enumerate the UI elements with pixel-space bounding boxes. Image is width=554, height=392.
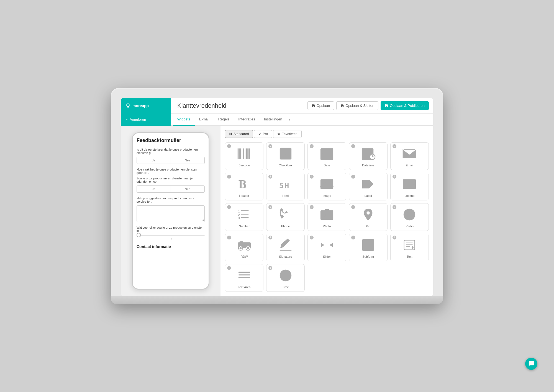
svg-point-45 [407, 212, 412, 217]
time-icon [278, 268, 293, 283]
filter-standaard[interactable]: Standaard [225, 130, 253, 138]
datetime-icon [360, 146, 376, 161]
widget-phone-label: Phone [281, 225, 290, 228]
form-title: Feedbackformulier [137, 138, 205, 143]
widget-datetime[interactable]: i Datetime [349, 142, 388, 170]
widget-pin[interactable]: i Pin [349, 203, 388, 231]
yes-btn-2[interactable]: Ja [137, 186, 171, 192]
widget-html[interactable]: i 5 H Html [266, 173, 305, 200]
tab-email[interactable]: E-mail [195, 114, 214, 126]
svg-rect-7 [242, 148, 242, 159]
svg-text:B: B [238, 177, 247, 191]
widget-lookup[interactable]: i Lookup [390, 173, 429, 200]
widget-html-label: Html [282, 194, 289, 197]
widget-phone[interactable]: i Phone [266, 203, 305, 231]
text-icon [402, 237, 417, 253]
widget-time[interactable]: i Time [266, 264, 305, 292]
svg-rect-10 [246, 148, 247, 159]
star-icon [277, 132, 281, 136]
svg-rect-6 [240, 148, 241, 159]
svg-rect-20 [329, 153, 331, 154]
tab-integraties[interactable]: Integraties [234, 114, 260, 126]
save-publish-button[interactable]: Opslaan & Publiceren [381, 101, 429, 110]
svg-rect-18 [323, 153, 325, 154]
widget-signature[interactable]: i Signature [266, 234, 305, 261]
widget-text-label: Text [407, 255, 412, 258]
info-dot: i [268, 236, 272, 239]
info-dot: i [227, 266, 231, 270]
textarea-field[interactable]: ◢ [137, 205, 205, 222]
widget-number[interactable]: i 1 2 3 Number [225, 203, 263, 231]
checkbox-icon [278, 146, 293, 161]
yes-btn-1[interactable]: Ja [137, 157, 171, 164]
widget-subform[interactable]: i Subform [349, 234, 388, 261]
svg-rect-19 [326, 153, 328, 154]
svg-rect-8 [243, 148, 244, 159]
widget-subform-label: Subform [362, 255, 374, 258]
info-dot: i [268, 175, 272, 179]
widget-text[interactable]: i Text [390, 234, 429, 261]
nav-bar: ← Annuleren Widgets E-mail Regels Integr… [121, 114, 433, 126]
info-dot: i [310, 144, 314, 148]
widget-slider[interactable]: i Slider [307, 234, 346, 261]
annuleren-button[interactable]: ← Annuleren [121, 114, 171, 126]
label-icon [360, 176, 376, 192]
signature-icon [278, 237, 293, 253]
svg-rect-31 [320, 179, 333, 189]
slider-icon [319, 237, 335, 253]
save-close-button[interactable]: Opslaan & Sluiten [336, 101, 378, 110]
info-dot: i [268, 144, 272, 148]
svg-rect-9 [245, 148, 245, 159]
svg-rect-37 [241, 214, 248, 215]
widget-date[interactable]: i Date [307, 142, 346, 170]
widget-checkbox[interactable]: i Checkbox [266, 142, 305, 170]
widget-radio-label: Radio [406, 225, 414, 228]
svg-rect-12 [248, 148, 250, 159]
html-icon: 5 H [278, 176, 293, 192]
nav-chevron-icon[interactable]: ‹ [289, 117, 290, 122]
widgets-grid: i Barcode i [225, 142, 429, 292]
svg-rect-14 [320, 148, 333, 160]
svg-point-42 [325, 214, 328, 216]
info-dot: i [310, 205, 314, 209]
info-dot: i [227, 144, 231, 148]
svg-rect-4 [237, 148, 238, 159]
widget-barcode[interactable]: i Barcode [225, 142, 263, 170]
widget-barcode-label: Barcode [238, 164, 250, 167]
widget-photo[interactable]: i Photo [307, 203, 346, 231]
widget-email-label: Email [406, 164, 414, 167]
svg-rect-65 [238, 274, 250, 275]
tab-instellingen[interactable]: Instellingen [260, 114, 287, 126]
filter-pro[interactable]: Pro [254, 130, 272, 138]
widget-radio[interactable]: i Radio [390, 203, 429, 231]
no-btn-1[interactable]: Nee [171, 157, 205, 164]
save-close-icon [340, 104, 344, 107]
save-button[interactable]: Opslaan [307, 101, 334, 110]
widget-photo-label: Photo [323, 225, 331, 228]
filter-favorieten[interactable]: Favorieten [273, 130, 302, 138]
slider-track[interactable] [137, 235, 205, 236]
chat-button[interactable] [525, 358, 537, 370]
widget-image[interactable]: i Image [307, 173, 346, 200]
page-title: Klanttevredenheid [177, 102, 296, 109]
info-dot: i [393, 205, 396, 209]
widget-email[interactable]: i Email [390, 142, 429, 170]
lookup-icon [402, 176, 417, 192]
svg-rect-64 [238, 272, 250, 273]
info-dot: i [227, 175, 231, 179]
tab-widgets[interactable]: Widgets [173, 114, 195, 126]
no-btn-2[interactable]: Nee [171, 186, 205, 192]
info-dot: i [351, 236, 355, 239]
svg-rect-57 [362, 239, 374, 251]
widget-time-label: Time [282, 285, 289, 289]
info-dot: i [351, 205, 355, 209]
widget-label[interactable]: i Label [349, 173, 388, 200]
widget-textarea[interactable]: i Text Area [225, 264, 263, 292]
tab-regels[interactable]: Regels [214, 114, 234, 126]
widget-datetime-label: Datetime [362, 164, 374, 167]
slider-thumb[interactable] [137, 233, 141, 237]
widget-rdw[interactable]: i RDW [225, 234, 263, 261]
widget-filter-tabs: Standaard Pro Favorieten [225, 130, 429, 138]
widget-slider-label: Slider [323, 255, 331, 258]
widget-header[interactable]: i B Header [225, 173, 263, 200]
